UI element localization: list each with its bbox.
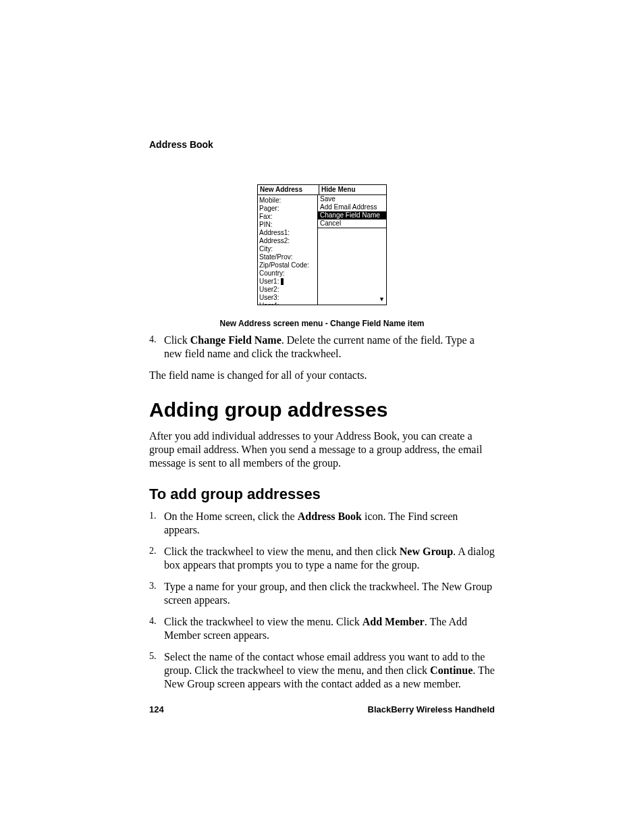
bb-field: Mobile: (259, 197, 316, 205)
bb-field: Zip/Postal Code: (259, 261, 316, 269)
bb-field: State/Prov: (259, 253, 316, 261)
step-row: 4.Click the trackwheel to view the menu.… (149, 615, 495, 642)
content: 4. Click Change Field Name. Delete the c… (149, 334, 495, 699)
text: Click the trackwheel to view the menu. C… (164, 616, 363, 627)
bb-field: User4: (259, 302, 316, 305)
steps-list: 1.On the Home screen, click the Address … (149, 510, 495, 691)
bb-titlebar: New Address Hide Menu (258, 185, 386, 195)
text: Click the trackwheel to view the menu, a… (164, 546, 400, 557)
paragraph: After you add individual addresses to yo… (149, 429, 495, 470)
bb-field-list: Mobile:Pager:Fax:PIN:Address1:Address2:C… (258, 195, 318, 305)
bb-menu-item[interactable]: Save (318, 195, 386, 203)
device-screenshot: New Address Hide Menu Mobile:Pager:Fax:P… (257, 184, 387, 305)
step-number: 4. (149, 615, 164, 642)
step-text: Type a name for your group, and then cli… (164, 580, 495, 607)
text: Click (164, 334, 190, 346)
page-number: 124 (149, 704, 164, 714)
bb-field: Fax: (259, 213, 316, 221)
bold-text: New Group (400, 546, 453, 557)
bb-field: User1: (259, 278, 316, 286)
bold-text: Add Member (363, 616, 425, 627)
step-text: Select the name of the contact whose ema… (164, 650, 495, 691)
step-text: Click the trackwheel to view the menu. C… (164, 615, 495, 642)
book-title: BlackBerry Wireless Handheld (368, 704, 495, 714)
footer: 124 BlackBerry Wireless Handheld (149, 704, 495, 714)
page: Address Book New Address Hide Menu Mobil… (0, 0, 644, 834)
bold-text: Address Book (298, 511, 362, 522)
step-row: 3.Type a name for your group, and then c… (149, 580, 495, 607)
bb-field: City: (259, 245, 316, 253)
bold-text: Continue (430, 664, 473, 676)
text-cursor (281, 278, 284, 285)
step-text: On the Home screen, click the Address Bo… (164, 510, 495, 537)
bb-title-left: New Address (258, 185, 319, 194)
bb-screen: New Address Hide Menu Mobile:Pager:Fax:P… (257, 184, 387, 305)
step-number: 1. (149, 510, 164, 537)
bb-body: Mobile:Pager:Fax:PIN:Address1:Address2:C… (258, 195, 386, 305)
chevron-down-icon: ▼ (379, 295, 385, 303)
bb-field: Address1: (259, 229, 316, 237)
text: On the Home screen, click the (164, 511, 298, 522)
step-4: 4. Click Change Field Name. Delete the c… (149, 334, 495, 361)
section-header: Address Book (149, 139, 213, 150)
bb-menu-item[interactable]: Cancel (318, 219, 386, 228)
bb-field: Country: (259, 269, 316, 278)
bold-text: Change Field Name (190, 334, 281, 346)
bb-menu-item[interactable]: Add Email Address (318, 203, 386, 211)
step-row: 5.Select the name of the contact whose e… (149, 650, 495, 691)
text: Type a name for your group, and then cli… (164, 581, 492, 606)
bb-menu-item[interactable]: Change Field Name (318, 211, 386, 219)
step-text: Click the trackwheel to view the menu, a… (164, 545, 495, 572)
step-number: 5. (149, 650, 164, 691)
bb-field: PIN: (259, 221, 316, 229)
heading-adding-group: Adding group addresses (149, 397, 495, 423)
step-row: 2.Click the trackwheel to view the menu,… (149, 545, 495, 572)
bb-field: User2: (259, 286, 316, 294)
step-number: 3. (149, 580, 164, 607)
bb-title-right: Hide Menu (319, 185, 386, 194)
paragraph: The field name is changed for all of you… (149, 369, 495, 382)
screenshot-caption: New Address screen menu - Change Field N… (149, 319, 495, 328)
bb-field: User3: (259, 294, 316, 302)
step-number: 2. (149, 545, 164, 572)
bb-menu-panel: SaveAdd Email AddressChange Field NameCa… (318, 195, 386, 305)
step-number: 4. (149, 334, 164, 361)
heading-to-add-group: To add group addresses (149, 485, 495, 504)
bb-field: Pager: (259, 205, 316, 213)
step-text: Click Change Field Name. Delete the curr… (164, 334, 495, 361)
bb-menu: SaveAdd Email AddressChange Field NameCa… (318, 195, 386, 228)
step-row: 1.On the Home screen, click the Address … (149, 510, 495, 537)
bb-field: Address2: (259, 237, 316, 245)
